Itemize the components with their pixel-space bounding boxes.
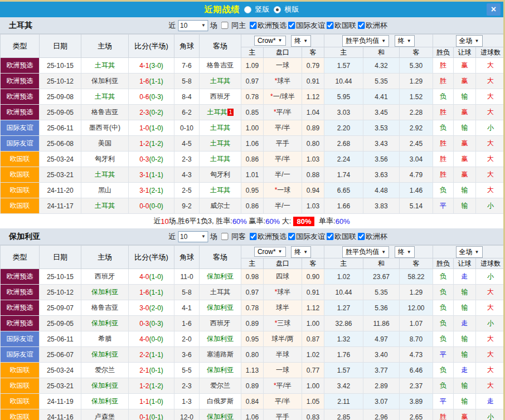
fulltime-score: 1-6 (139, 77, 149, 85)
odds-handicap: 平手 (264, 136, 302, 152)
odds-company-dropdown[interactable]: Crow*▼ (254, 36, 286, 46)
odds-home: 1.06 (241, 409, 264, 420)
vertical-layout-radio[interactable] (244, 6, 251, 13)
halftime-score: (2-0) (149, 304, 163, 312)
halftime-score: (0-1) (149, 413, 163, 420)
result-goals: 大 (476, 105, 505, 120)
avg-away: 2.65 (400, 409, 433, 420)
fullmatch-dropdown[interactable]: 全场▼ (456, 35, 483, 47)
odds-away: 1.04 (302, 105, 324, 120)
away-team-cell: 西班牙 (200, 316, 241, 331)
result-handicap: 走 (454, 316, 476, 331)
league-checkbox-euro-qualifier[interactable] (249, 22, 256, 29)
avg-draw: 3.63 (363, 167, 400, 183)
away-team-cell: 土耳其 (200, 136, 241, 152)
recent-count-select[interactable]: 10▼ (178, 20, 208, 31)
match-date: 25-03-24 (40, 152, 81, 167)
same-venue-checkbox[interactable] (221, 233, 228, 240)
avg-dropdown[interactable]: 胜平负均值▼ (342, 246, 389, 258)
avg-draw: 4.32 (363, 58, 400, 74)
halftime-score: (0-2) (149, 155, 163, 163)
chevron-down-icon: ▼ (407, 250, 411, 255)
score-cell: 1-0(1-0) (129, 120, 174, 136)
avg-draw: 3.83 (363, 198, 400, 214)
away-team-cell: 保加利亚 (200, 363, 241, 378)
result-wdl: 胜 (433, 105, 454, 120)
league-checkbox-nations-league[interactable] (326, 22, 333, 29)
away-team-cell: 白俄罗斯 (200, 394, 241, 409)
fulltime-score: 3-1 (139, 171, 149, 179)
fulltime-score: 2-1 (139, 367, 149, 374)
avg-home: 1.57 (324, 363, 363, 378)
home-team-cell: 保加利亚 (81, 394, 129, 409)
match-row: 欧国联25-03-24爱尔兰2-1(0-1)5-5保加利亚1.13一球0.771… (1, 363, 505, 378)
league-label: 欧国联 (334, 21, 356, 31)
odds-home: 0.86 (241, 198, 264, 214)
odds-handicap: *一球 (264, 183, 302, 198)
same-venue-checkbox[interactable] (221, 22, 228, 29)
fullmatch-group-header: 全场▼ (433, 35, 505, 47)
corner-score: 7-6 (174, 58, 200, 74)
match-date: 25-10-12 (40, 285, 81, 300)
corner-score: 5-5 (174, 363, 200, 378)
corner-score: 2-3 (174, 378, 200, 394)
away-team-cell: 保加利亚 (200, 331, 241, 347)
away-team-cell: 保加利亚 (200, 300, 241, 316)
league-checkbox-friendly[interactable] (288, 22, 295, 29)
chevron-down-icon: ▼ (475, 38, 479, 43)
col-home: 主场 (81, 246, 129, 269)
odds-final-dropdown[interactable]: 终▼ (291, 246, 311, 258)
league-label: 欧洲预选 (258, 232, 287, 242)
odds-away: 1.00 (302, 378, 324, 394)
match-type: 欧洲预选 (1, 300, 40, 316)
match-type: 欧国联 (1, 152, 40, 167)
result-handicap: 赢 (454, 409, 476, 420)
corner-score: 9-2 (174, 198, 200, 214)
odds-final-dropdown[interactable]: 终▼ (291, 35, 311, 47)
score-cell: 1-6(1-1) (129, 74, 174, 89)
league-checkbox-euro-qualifier[interactable] (249, 233, 256, 240)
match-date: 25-09-05 (40, 105, 81, 120)
odds-company-dropdown[interactable]: Crow*▼ (254, 247, 286, 257)
score-cell: 2-2(1-1) (129, 347, 174, 363)
odds-home: 0.97 (241, 74, 264, 89)
match-date: 25-09-05 (40, 316, 81, 331)
team-name: 美国 (98, 139, 111, 147)
match-date: 25-10-15 (40, 58, 81, 74)
fulltime-score: 1-1 (139, 398, 149, 406)
odds-home: 0.95 (241, 331, 264, 347)
score-cell: 0-6(0-3) (129, 89, 174, 105)
avg-dropdown[interactable]: 胜平负均值▼ (342, 35, 389, 47)
halftime-score: (1-2) (149, 382, 163, 390)
league-checkbox-euro-cup[interactable] (357, 22, 365, 29)
avg-final-dropdown[interactable]: 终▼ (395, 35, 415, 47)
match-type: 欧国联 (1, 394, 40, 409)
result-wdl: 负 (433, 120, 454, 136)
fullmatch-dropdown[interactable]: 全场▼ (456, 246, 483, 258)
odds-away: 1.12 (302, 89, 324, 105)
result-goals: 大 (476, 378, 505, 394)
league-label: 欧国联 (334, 232, 356, 242)
team-name: 土耳其 (95, 61, 115, 69)
corner-score: 2-3 (174, 152, 200, 167)
match-type: 欧国联 (1, 378, 40, 394)
team-name: 土耳其 (9, 21, 32, 31)
avg-home: 3.03 (324, 105, 363, 120)
avg-final-dropdown[interactable]: 终▼ (395, 246, 415, 258)
avg-away: 2.92 (400, 120, 433, 136)
odds-handicap: 平/半 (264, 152, 302, 167)
corner-score: 6-2 (174, 105, 200, 120)
league-checkbox-nations-league[interactable] (326, 233, 333, 240)
league-checkbox-euro-cup[interactable] (357, 233, 365, 240)
star-mark: * (274, 108, 276, 116)
recent-count-select[interactable]: 10▼ (178, 231, 208, 242)
titlebar: 近期战绩 竖版 横版 × (0, 2, 503, 17)
close-icon[interactable]: × (487, 3, 501, 16)
horizontal-layout-radio[interactable] (274, 6, 281, 13)
fullmatch-group-header: 全场▼ (433, 246, 505, 258)
league-checkbox-friendly[interactable] (288, 233, 295, 240)
team-name: 保加利亚 (207, 335, 234, 343)
score-cell: 1-1(1-0) (129, 394, 174, 409)
matches-table: 类型 日期 主场 比分(半场) 角球 客场 Crow*▼ 终▼ 胜平负均值▼ 终… (0, 245, 505, 420)
result-wdl: 负 (433, 183, 454, 198)
